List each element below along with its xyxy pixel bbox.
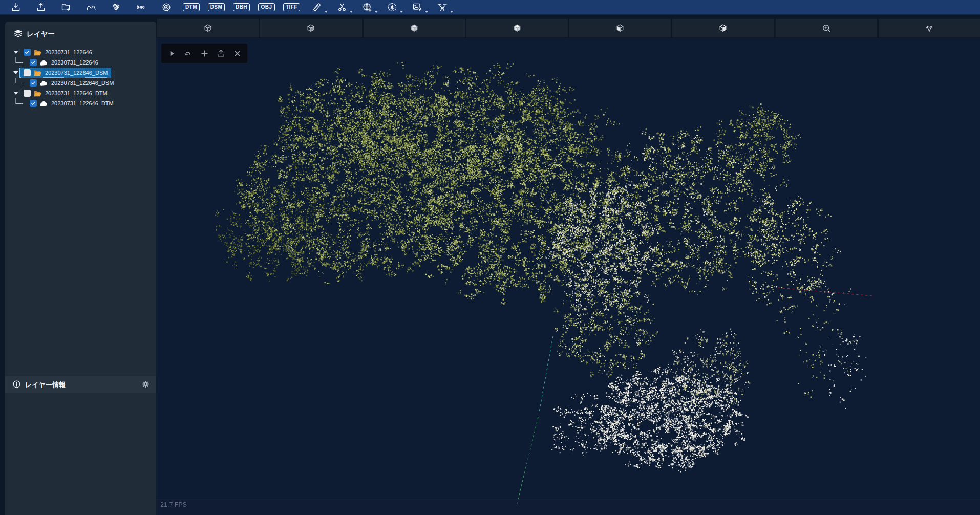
app-window: DTMDSMDBHOBJTIFF レイヤー 20230731_122646202… xyxy=(0,0,980,515)
status-strip: 21.7 FPS xyxy=(156,499,980,515)
tree-node-folder[interactable]: 20230731_122646 xyxy=(12,47,153,57)
node-label: 20230731_122646 xyxy=(45,49,92,55)
tree-node-row[interactable]: 20230731_122646_DSM xyxy=(26,78,117,88)
cube-wireframe-icon xyxy=(203,23,213,33)
image-location-icon[interactable] xyxy=(404,0,430,15)
tree-node-row[interactable]: 20230731_122646_DSM xyxy=(19,68,111,78)
zoom-in-icon xyxy=(821,23,832,33)
globe-add-icon[interactable] xyxy=(354,0,379,15)
dropdown-caret-icon xyxy=(325,11,328,13)
main-toolbar: DTMDSMDBHOBJTIFF xyxy=(0,0,980,15)
layers-panel: レイヤー 20230731_12264620230731_12264620230… xyxy=(5,22,156,515)
dropdown-caret-icon xyxy=(450,11,453,13)
cluster-icon[interactable] xyxy=(103,0,129,15)
obj-button[interactable]: OBJ xyxy=(254,0,279,15)
cube-shaded-left-icon xyxy=(615,23,625,33)
scissors-icon[interactable] xyxy=(329,0,354,15)
undo-button[interactable] xyxy=(182,46,194,60)
expander-triangle-icon[interactable] xyxy=(12,71,19,74)
drone-icon[interactable] xyxy=(430,0,455,15)
view-tab-cube-shaded-left[interactable] xyxy=(569,19,671,37)
tree-node-folder[interactable]: 20230731_122646_DSM xyxy=(12,68,153,78)
cloud-icon xyxy=(39,100,48,107)
layers-panel-header: レイヤー xyxy=(5,22,156,45)
folder-icon xyxy=(33,69,42,77)
settings-gear-icon[interactable] xyxy=(141,380,150,390)
play-button[interactable] xyxy=(165,46,178,60)
node-label: 20230731_122646_DTM xyxy=(51,100,114,106)
upload-sm-button[interactable] xyxy=(215,46,227,60)
node-label: 20230731_122646_DSM xyxy=(51,80,114,86)
download-icon[interactable] xyxy=(3,0,28,15)
spline-icon[interactable] xyxy=(78,0,103,15)
view-tab-zoom-in[interactable] xyxy=(776,19,877,37)
layer-info-title: レイヤー情報 xyxy=(25,380,66,390)
node-checkbox[interactable] xyxy=(30,100,37,107)
expander-triangle-icon[interactable] xyxy=(12,92,19,95)
viewport-toolbar xyxy=(161,44,247,63)
node-checkbox[interactable] xyxy=(30,59,37,66)
node-label: 20230731_122646_DTM xyxy=(45,90,108,96)
node-label: 20230731_122646_DSM xyxy=(45,70,108,76)
view-tab-cube-solid-top[interactable] xyxy=(466,19,568,37)
obj-badge-label: OBJ xyxy=(258,3,274,11)
tiff-button[interactable]: TIFF xyxy=(279,0,304,15)
dsm-button[interactable]: DSM xyxy=(204,0,229,15)
fps-counter: 21.7 FPS xyxy=(160,501,187,508)
node-checkbox[interactable] xyxy=(24,90,31,97)
plus-button[interactable] xyxy=(198,46,210,60)
expand-icon xyxy=(924,23,934,33)
folder-icon xyxy=(33,49,42,56)
dtm-button[interactable]: DTM xyxy=(179,0,204,15)
view-tab-cube-outline-right[interactable] xyxy=(672,19,774,37)
close-button[interactable] xyxy=(231,46,243,60)
layer-info-header[interactable]: レイヤー情報 xyxy=(5,376,156,393)
point-cloud-canvas[interactable] xyxy=(156,38,980,515)
tree-connector xyxy=(12,78,26,88)
main-area: レイヤー 20230731_12264620230731_12264620230… xyxy=(0,15,980,515)
cloud-icon xyxy=(39,80,48,87)
view-tab-expand[interactable] xyxy=(879,19,980,37)
tree-node-row[interactable]: 20230731_122646_DTM xyxy=(26,98,117,109)
cube-shaded-right-icon xyxy=(306,23,316,33)
dropdown-caret-icon xyxy=(375,11,378,13)
folder-icon xyxy=(33,90,42,97)
add-folder-icon[interactable] xyxy=(53,0,78,15)
cube-solid-top-icon xyxy=(512,23,522,33)
measure-icon[interactable] xyxy=(304,0,329,15)
upload-icon[interactable] xyxy=(28,0,53,15)
tree-connector xyxy=(12,57,26,68)
layer-tree: 20230731_12264620230731_12264620230731_1… xyxy=(5,45,156,376)
layers-panel-title: レイヤー xyxy=(27,30,55,39)
dropdown-caret-icon xyxy=(350,11,353,13)
node-checkbox[interactable] xyxy=(24,69,31,76)
tree-node-row[interactable]: 20230731_122646 xyxy=(19,47,96,57)
view-tab-cube-shaded-right[interactable] xyxy=(260,19,361,37)
info-icon xyxy=(12,380,21,390)
tree-node-layer[interactable]: 20230731_122646 xyxy=(12,57,153,68)
view-tab-cube-solid[interactable] xyxy=(364,19,465,37)
target-icon[interactable] xyxy=(154,0,179,15)
dbh-button[interactable]: DBH xyxy=(229,0,254,15)
tree-connector xyxy=(12,98,26,109)
tree-node-row[interactable]: 20230731_122646 xyxy=(26,57,102,68)
dsm-badge-label: DSM xyxy=(208,3,225,11)
viewport-3d[interactable]: 21.7 FPS xyxy=(156,38,980,515)
tree-node-layer[interactable]: 20230731_122646_DSM xyxy=(12,78,153,88)
eye-scan-icon[interactable] xyxy=(129,0,154,15)
tree-node-folder[interactable]: 20230731_122646_DTM xyxy=(12,88,153,98)
expander-triangle-icon[interactable] xyxy=(12,51,19,54)
dbh-badge-label: DBH xyxy=(233,3,250,11)
tiff-badge-label: TIFF xyxy=(283,3,300,11)
dropdown-caret-icon xyxy=(400,11,403,13)
node-checkbox[interactable] xyxy=(30,79,37,87)
cube-outline-right-icon xyxy=(718,23,728,33)
tree-detect-icon[interactable] xyxy=(379,0,404,15)
layer-info-body xyxy=(5,393,156,515)
dtm-badge-label: DTM xyxy=(183,3,200,11)
cloud-icon xyxy=(39,59,48,66)
node-checkbox[interactable] xyxy=(24,49,31,56)
tree-node-layer[interactable]: 20230731_122646_DTM xyxy=(12,98,153,109)
tree-node-row[interactable]: 20230731_122646_DTM xyxy=(19,88,111,98)
view-tab-cube-wireframe[interactable] xyxy=(157,19,259,37)
